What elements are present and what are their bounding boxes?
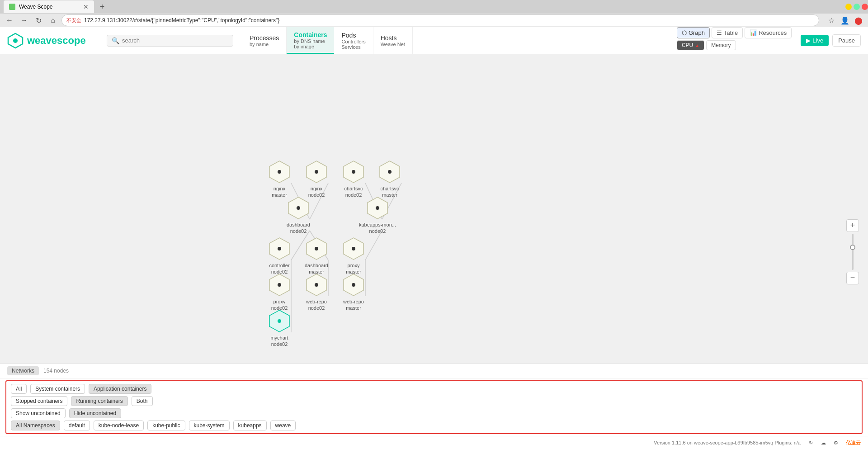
- filter-row-namespaces: All Namespaces default kube-node-lease k…: [11, 421, 857, 430]
- node-hexagon: [305, 160, 328, 184]
- filter-both-button[interactable]: Both: [132, 396, 153, 406]
- node-label: kubeapps-mon...node02: [359, 222, 396, 235]
- node-dot: [376, 206, 379, 210]
- graph-view-button[interactable]: ⬡ Graph: [677, 27, 710, 38]
- node-hexagon: [342, 273, 365, 297]
- tab-close-btn[interactable]: ✕: [83, 3, 89, 10]
- node-web-repo-master[interactable]: web-repomaster: [342, 273, 365, 312]
- node-dashboard-master[interactable]: dashboardmaster: [305, 237, 328, 275]
- address-bar[interactable]: 不安全 172.27.9.131:30022/#/state/{"pinnedM…: [61, 14, 819, 26]
- node-kubeapps-mon-node02[interactable]: kubeapps-mon...node02: [359, 196, 396, 235]
- window-minimize[interactable]: [845, 4, 852, 10]
- node-mychart-node02[interactable]: mychartnode02: [268, 309, 291, 348]
- node-dashboard-node02[interactable]: dashboardnode02: [287, 196, 310, 235]
- search-box[interactable]: 🔍: [107, 35, 233, 47]
- svg-point-1: [13, 38, 18, 43]
- networks-tag[interactable]: Networks: [7, 366, 39, 375]
- window-maximize[interactable]: [854, 4, 860, 10]
- node-label: dashboardnode02: [287, 222, 310, 235]
- cpu-metric-button[interactable]: CPU ▲: [677, 40, 704, 50]
- node-nginx-master[interactable]: nginxmaster: [268, 160, 291, 199]
- tab-title: Weave Scope: [19, 4, 53, 10]
- ns-kubeapps-button[interactable]: kubeapps: [233, 421, 267, 430]
- browser-tab[interactable]: Weave Scope ✕: [4, 0, 94, 13]
- zoom-slider[interactable]: [852, 234, 854, 270]
- live-button[interactable]: ▶ Live: [801, 35, 829, 46]
- new-tab-button[interactable]: +: [96, 0, 108, 13]
- nodes-count: 154 nodes: [43, 368, 69, 374]
- pods-controllers: Controllers: [341, 39, 365, 44]
- containers-by-dns: by DNS name: [294, 38, 327, 44]
- node-hexagon: [378, 160, 401, 184]
- profile-button[interactable]: 👤: [839, 14, 851, 26]
- memory-metric-button[interactable]: Memory: [706, 40, 736, 50]
- top-nav: weavescope 🔍 Processes by name Container…: [0, 27, 868, 54]
- refresh-status-icon[interactable]: ↻: [806, 438, 815, 447]
- node-proxy-master[interactable]: proxymaster: [342, 237, 365, 275]
- ns-kube-node-lease-button[interactable]: kube-node-lease: [94, 421, 144, 430]
- extensions-button[interactable]: ⬤: [853, 14, 864, 26]
- nav-home-button[interactable]: ⌂: [47, 14, 59, 26]
- node-label: nginxmaster: [272, 185, 287, 199]
- filter-row-uncontained: Show uncontained Hide uncontained: [11, 408, 857, 418]
- filter-application-button[interactable]: Application containers: [89, 384, 151, 394]
- pods-services: Services: [341, 44, 365, 50]
- hosts-label: Hosts: [381, 34, 405, 42]
- nav-containers[interactable]: Containers by DNS name by image: [287, 27, 334, 54]
- zoom-in-button[interactable]: +: [846, 219, 859, 232]
- window-close[interactable]: [862, 4, 868, 10]
- zoom-out-button[interactable]: −: [846, 272, 859, 284]
- node-label: nginxnode02: [308, 185, 325, 199]
- node-chartsvc-master[interactable]: chartsvcmaster: [378, 160, 401, 199]
- pause-button[interactable]: Pause: [832, 34, 861, 47]
- ns-weave-button[interactable]: weave: [270, 421, 296, 430]
- containers-by-image: by image: [294, 44, 327, 49]
- node-hexagon: [305, 273, 328, 297]
- filter-system-button[interactable]: System containers: [30, 384, 85, 394]
- nav-processes[interactable]: Processes by name: [242, 27, 287, 54]
- filter-running-button[interactable]: Running containers: [71, 396, 127, 406]
- node-controller-node02[interactable]: controllernode02: [268, 237, 291, 275]
- cloud-status-icon[interactable]: ☁: [819, 438, 828, 447]
- hide-uncontained-button[interactable]: Hide uncontained: [69, 408, 121, 418]
- search-input[interactable]: [122, 37, 228, 44]
- nav-forward-button[interactable]: →: [18, 14, 30, 26]
- graph-label: Graph: [689, 29, 705, 36]
- nav-refresh-button[interactable]: ↻: [33, 14, 44, 26]
- settings-status-icon[interactable]: ⚙: [831, 438, 840, 447]
- nav-back-button[interactable]: ←: [4, 14, 15, 26]
- bookmark-button[interactable]: ☆: [826, 14, 837, 26]
- logo[interactable]: weavescope: [7, 33, 98, 49]
- ns-kube-public-button[interactable]: kube-public: [147, 421, 185, 430]
- cpu-label: CPU: [682, 42, 693, 48]
- resources-label: Resources: [759, 29, 787, 36]
- svg-line-8: [365, 231, 382, 260]
- filter-stopped-button[interactable]: Stopped containers: [11, 396, 67, 406]
- node-web-repo-node02[interactable]: web-reponode02: [305, 273, 328, 312]
- filter-all-button[interactable]: All: [11, 384, 27, 394]
- table-view-button[interactable]: ☰ Table: [712, 27, 743, 38]
- ns-kube-system-button[interactable]: kube-system: [189, 421, 230, 430]
- resources-view-button[interactable]: 📊 Resources: [745, 27, 792, 38]
- node-label: web-repomaster: [343, 298, 364, 312]
- status-bar: Version 1.11.6 on weave-scope-app-b99fb9…: [0, 436, 868, 449]
- node-proxy-node02[interactable]: proxynode02: [268, 273, 291, 312]
- brand-icon: 亿速云: [846, 440, 861, 446]
- zoom-handle: [850, 245, 855, 250]
- table-label: Table: [724, 29, 738, 36]
- node-chartsvc-node02[interactable]: chartsvcnode02: [342, 160, 365, 199]
- nav-hosts[interactable]: Hosts Weave Net: [373, 27, 413, 54]
- url-text: 172.27.9.131:30022/#/state/{"pinnedMetri…: [84, 17, 279, 24]
- play-icon: ▶: [806, 37, 811, 44]
- nav-pods[interactable]: Pods Controllers Services: [334, 27, 373, 54]
- show-uncontained-button[interactable]: Show uncontained: [11, 408, 66, 418]
- main-content: nginxmaster nginxnode02 chartsvcnode02: [0, 54, 868, 449]
- ns-all-button[interactable]: All Namespaces: [11, 421, 60, 430]
- live-label: Live: [812, 37, 823, 44]
- node-hexagon: [268, 309, 291, 333]
- node-hexagon: [287, 196, 310, 220]
- ns-default-button[interactable]: default: [64, 421, 90, 430]
- node-nginx-node02[interactable]: nginxnode02: [305, 160, 328, 199]
- node-dot: [278, 247, 281, 250]
- search-icon: 🔍: [112, 37, 119, 44]
